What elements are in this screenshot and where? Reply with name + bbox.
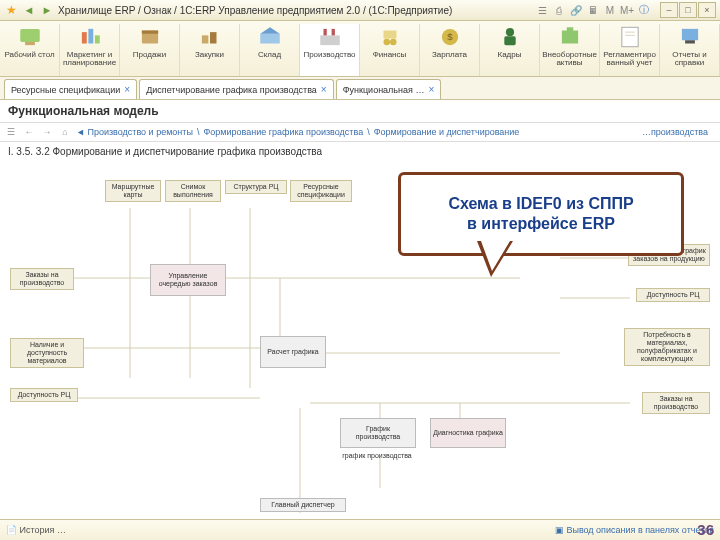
tool-reports[interactable]: Отчеты и справки (660, 24, 720, 76)
diagram-box: Маршрутные карты (105, 180, 161, 202)
diagram-box: Ресурсные спецификации (290, 180, 352, 202)
svg-rect-7 (201, 35, 208, 43)
svg-rect-13 (331, 29, 334, 36)
main-toolbar: Рабочий стол Маркетинг и планирование Пр… (0, 21, 720, 77)
diagram-box: Заказы на производство (642, 392, 710, 414)
svg-text:$: $ (447, 31, 453, 42)
svg-rect-1 (25, 42, 35, 45)
favorite-icon[interactable]: ★ (4, 3, 18, 17)
tool-hr[interactable]: Кадры (480, 24, 540, 76)
tool-marketing[interactable]: Маркетинг и планирование (60, 24, 120, 76)
svg-rect-0 (20, 29, 40, 42)
document-tabs: Ресурсные спецификации× Диспетчирование … (0, 77, 720, 100)
forward-icon[interactable]: ► (40, 3, 54, 17)
callout-tail (477, 241, 513, 277)
close-icon[interactable]: × (428, 84, 434, 95)
diagram-box: Управление очередью заказов (150, 264, 226, 296)
svg-rect-12 (323, 29, 326, 36)
diagram-box: Структура РЦ (225, 180, 287, 194)
svg-rect-27 (685, 40, 695, 43)
svg-rect-9 (260, 34, 280, 44)
diagram-label: график производства (340, 450, 414, 462)
tool-assets[interactable]: Внеоборотные активы (540, 24, 600, 76)
diagram-box: Диагностика графика (430, 418, 506, 448)
tool-purchase[interactable]: Закупки (180, 24, 240, 76)
tool-icon[interactable]: ☰ (535, 3, 549, 17)
title-bar: ★ ◄ ► Хранилище ERP / Ознак / 1C:ERP Упр… (0, 0, 720, 21)
tool-desktop[interactable]: Рабочий стол (0, 24, 60, 76)
tab-functional[interactable]: Функциональная …× (336, 79, 442, 99)
content-area: Функциональная модель ☰ ← → ⌂ ◄ Производ… (0, 100, 720, 521)
diagram-box: Доступность РЦ (636, 288, 710, 302)
history-button[interactable]: 📄 История … (6, 525, 66, 535)
close-button[interactable]: × (698, 2, 716, 18)
tool-salary[interactable]: $Зарплата (420, 24, 480, 76)
tool-finance[interactable]: Финансы (360, 24, 420, 76)
close-icon[interactable]: × (124, 84, 130, 95)
status-bar: 📄 История … ▣ Вывод описания в панелях о… (0, 519, 720, 540)
tool-production[interactable]: Производство (300, 24, 360, 77)
m-icon[interactable]: M+ (620, 3, 634, 17)
forward-icon[interactable]: → (40, 125, 54, 139)
calc-icon[interactable]: 🖩 (586, 3, 600, 17)
diagram-box: Потребность в материалах, полуфабрикатах… (624, 328, 710, 366)
status-right[interactable]: ▣ Вывод описания в панелях отчетов (555, 525, 714, 535)
svg-rect-8 (210, 32, 217, 43)
breadcrumb: ☰ ← → ⌂ ◄ Производство и ремонты \ Форми… (0, 122, 720, 142)
svg-rect-2 (81, 32, 86, 43)
diagram-box: Доступность РЦ (10, 388, 78, 402)
diagram-box: Наличие и доступность материалов (10, 338, 84, 368)
crumb-part[interactable]: Формирование и диспетчирование (374, 127, 520, 137)
close-icon[interactable]: × (321, 84, 327, 95)
back-icon[interactable]: ◄ (22, 3, 36, 17)
svg-point-15 (383, 39, 390, 46)
titlebar-right: ☰ ⎙ 🔗 🖩 M M+ ⓘ – □ × (535, 2, 716, 18)
diagram-box: Заказы на производство (10, 268, 74, 290)
diagram-box: Расчет графика (260, 336, 326, 368)
svg-rect-11 (320, 35, 340, 45)
callout-text: Схема в IDEF0 из СППРв интерфейсе ERP (448, 194, 633, 234)
slide-number: 36 (697, 521, 714, 538)
svg-rect-4 (94, 35, 99, 43)
tool-sales[interactable]: Продажи (120, 24, 180, 76)
svg-rect-6 (141, 31, 157, 34)
link-icon[interactable]: 🔗 (569, 3, 583, 17)
idef0-diagram: Маршрутные карты Снимок выполнения Струк… (0, 178, 720, 521)
print-icon[interactable]: ⎙ (552, 3, 566, 17)
page-title: Функциональная модель (0, 100, 720, 122)
svg-marker-10 (260, 27, 280, 34)
crumb-part[interactable]: Формирование графика производства (203, 127, 363, 137)
svg-rect-26 (681, 29, 697, 40)
svg-point-16 (390, 39, 397, 46)
window-title: Хранилище ERP / Ознак / 1C:ERP Управлени… (58, 5, 531, 16)
callout-bubble: Схема в IDEF0 из СППРв интерфейсе ERP (398, 172, 684, 256)
svg-rect-14 (383, 31, 396, 39)
tab-dispatch[interactable]: Диспетчирование графика производства× (139, 79, 334, 99)
tool-accounting[interactable]: Регламентированный учет (600, 24, 660, 76)
back-icon[interactable]: ← (22, 125, 36, 139)
minimize-button[interactable]: – (660, 2, 678, 18)
svg-rect-20 (504, 36, 515, 45)
crumb-part: …производства (642, 127, 708, 137)
maximize-button[interactable]: □ (679, 2, 697, 18)
svg-rect-21 (561, 31, 577, 44)
svg-rect-23 (621, 27, 637, 47)
calendar-icon[interactable]: M (603, 3, 617, 17)
tool-warehouse[interactable]: Склад (240, 24, 300, 76)
svg-rect-3 (88, 29, 93, 44)
menu-icon[interactable]: ☰ (4, 125, 18, 139)
diagram-box: Главный диспетчер (260, 498, 346, 512)
diagram-box: График производства (340, 418, 416, 448)
info-icon[interactable]: ⓘ (637, 3, 651, 17)
home-icon[interactable]: ⌂ (58, 125, 72, 139)
section-title: I. 3.5. 3.2 Формирование и диспетчирован… (0, 142, 720, 161)
tab-resources[interactable]: Ресурсные спецификации× (4, 79, 137, 99)
svg-point-19 (505, 28, 513, 36)
crumb-part[interactable]: ◄ Производство и ремонты (76, 127, 193, 137)
svg-rect-22 (566, 27, 573, 32)
diagram-box: Снимок выполнения (165, 180, 221, 202)
